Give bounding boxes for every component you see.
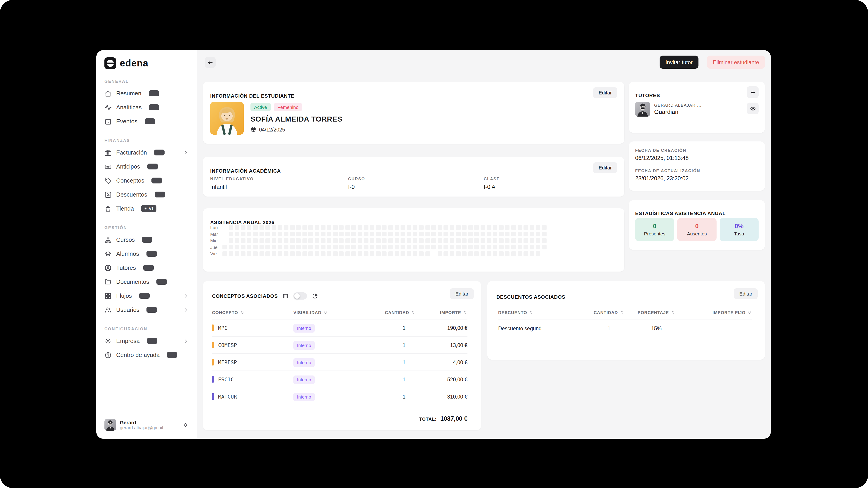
- heatmap-cell: [474, 252, 479, 256]
- sidebar-item-anticipos[interactable]: Anticipos: [102, 160, 191, 173]
- heatmap-cell: [395, 225, 399, 230]
- sidebar-section: FINANZAS Facturación Anticipos Conceptos…: [102, 138, 191, 216]
- discount-row[interactable]: Descuento segund... 1 15% -: [498, 320, 752, 337]
- sidebar-item-cursos[interactable]: Cursos: [102, 233, 191, 247]
- sidebar-item-conceptos[interactable]: Conceptos: [102, 173, 191, 188]
- heatmap-cell: [431, 225, 436, 230]
- edit-concepts-button[interactable]: Editar: [450, 288, 474, 299]
- sidebar-item-alumnos[interactable]: Alumnos: [102, 247, 191, 261]
- heatmap-cell: [370, 252, 375, 256]
- version-badge: [142, 237, 152, 242]
- concept-name-cell: MATCUR: [212, 393, 293, 400]
- column-header-visibilidad[interactable]: VISIBILIDAD: [293, 310, 366, 315]
- heatmap-cell: [456, 238, 460, 243]
- edit-academic-button[interactable]: Editar: [593, 162, 617, 173]
- sidebar-item-tienda[interactable]: Tienda V1: [102, 201, 191, 216]
- column-header-porcentaje[interactable]: PORCENTAJE: [638, 310, 675, 315]
- sidebar-item-empresa[interactable]: Empresa: [102, 334, 191, 348]
- stat-value: 0: [653, 223, 656, 230]
- stat-label: Tasa: [734, 231, 744, 236]
- version-badge: [143, 265, 153, 271]
- concept-row[interactable]: ESC1C Interno 1 520,00 €: [212, 370, 467, 388]
- heatmap-cell: [370, 238, 375, 243]
- add-tutor-button[interactable]: [747, 86, 758, 98]
- heatmap-cell: [462, 225, 467, 230]
- attendance-heatmap: Lun Mar Mié Jue Vie: [210, 225, 547, 258]
- gift-icon: [250, 127, 256, 132]
- heatmap-cell: [228, 238, 233, 243]
- heatmap-cell: [413, 225, 417, 230]
- heatmap-cell: [425, 252, 430, 256]
- sparkles-icon: [151, 92, 155, 95]
- user-menu[interactable]: Gerard gerard.albajar@gmail....: [102, 417, 191, 432]
- concept-row[interactable]: MPC Interno 1 190,00 €: [212, 320, 467, 336]
- heatmap-cell: [364, 225, 368, 230]
- sidebar-item-analiticas[interactable]: Analíticas: [102, 100, 191, 114]
- heatmap-cell: [370, 225, 375, 230]
- column-header-cantidad[interactable]: CANTIDAD: [594, 310, 624, 315]
- concept-amount-cell: 190,00 €: [447, 325, 467, 330]
- heatmap-cell: [456, 232, 460, 236]
- heatmap-cell: [241, 245, 246, 250]
- sidebar-item-centro-de-ayuda[interactable]: Centro de ayuda: [102, 348, 191, 362]
- heatmap-cell: [462, 238, 467, 243]
- heatmap-cell: [450, 225, 454, 230]
- view-tutor-button[interactable]: [747, 103, 758, 114]
- edit-discounts-button[interactable]: Editar: [734, 288, 758, 299]
- sidebar-item-resumen[interactable]: Resumen: [102, 86, 191, 100]
- sparkles-icon: [144, 207, 148, 210]
- tutor-row[interactable]: GERARD ALBAJAR ... Guardian: [635, 102, 702, 117]
- heatmap-cell: [493, 225, 497, 230]
- column-header-descuento[interactable]: DESCUENTO: [498, 310, 589, 315]
- chevrons-up-down-icon: [183, 422, 188, 428]
- concept-row[interactable]: MATCUR Interno 1 310,00 €: [212, 388, 467, 405]
- sidebar-item-flujos[interactable]: Flujos: [102, 289, 191, 303]
- heatmap-cell: [266, 232, 270, 236]
- concept-row[interactable]: COMESP Interno 1 13,00 €: [212, 336, 467, 353]
- field-value: I-0 A: [484, 184, 617, 190]
- heatmap-cell: [259, 245, 264, 250]
- sidebar-section-label: GESTIÓN: [104, 225, 188, 230]
- sidebar-item-usuarios[interactable]: Usuarios: [102, 303, 191, 317]
- column-header-importe-fijo[interactable]: IMPORTE FIJO: [712, 310, 752, 315]
- sparkles-icon: [157, 193, 161, 196]
- heatmap-cell: [413, 252, 417, 256]
- invite-tutor-button[interactable]: Invitar tutor: [659, 56, 699, 69]
- heatmap-cell: [364, 245, 368, 250]
- pie-chart-view-icon[interactable]: [312, 293, 318, 299]
- sidebar-item-documentos[interactable]: Documentos: [102, 275, 191, 289]
- table-view-icon[interactable]: [283, 293, 289, 299]
- heatmap-cell: [315, 232, 319, 236]
- heatmap-cell: [272, 252, 276, 256]
- sidebar-item-eventos[interactable]: Eventos: [102, 114, 191, 128]
- user-name: Gerard: [120, 420, 168, 425]
- column-header-cantidad[interactable]: CANTIDAD: [385, 310, 415, 315]
- heatmap-row-label: Lun: [210, 225, 222, 230]
- delete-student-button[interactable]: Eliminar estudiante: [707, 56, 765, 69]
- view-toggle[interactable]: [293, 292, 307, 300]
- column-header-concepto[interactable]: CONCEPTO: [212, 310, 293, 315]
- heatmap-cell: [309, 238, 313, 243]
- heatmap-cell: [339, 225, 344, 230]
- app-logo[interactable]: edena: [102, 57, 191, 69]
- attendance-stats-grid: 0 Presentes 0 Ausentes 0% Tasa: [635, 218, 758, 241]
- discounts-table-body: Descuento segund... 1 15% -: [498, 320, 752, 337]
- sparkles-icon: [152, 105, 155, 109]
- heatmap-cell: [278, 245, 282, 250]
- heatmap-cell: [241, 252, 246, 256]
- sidebar-item-descuentos[interactable]: Descuentos: [102, 188, 191, 201]
- visibility-badge: Interno: [293, 324, 315, 332]
- sidebar-item-facturacion[interactable]: Facturación: [102, 145, 191, 160]
- edit-student-button[interactable]: Editar: [593, 87, 617, 98]
- academic-info-title: INFORMACIÓN ACADÉMICA: [210, 168, 281, 173]
- column-header-importe[interactable]: IMPORTE: [440, 310, 467, 315]
- back-button[interactable]: [205, 57, 216, 68]
- heatmap-cell: [524, 245, 528, 250]
- sidebar-item-tutores[interactable]: Tutores: [102, 261, 191, 275]
- concept-row[interactable]: MERESP Interno 1 4,00 €: [212, 353, 467, 370]
- sparkles-icon: [146, 266, 149, 269]
- heatmap-row-label: Mié: [210, 238, 222, 243]
- attendance-stats-card: ESTADÍSTICAS ASISTENCIA ANUAL 0 Presente…: [629, 200, 765, 250]
- heatmap-cell: [505, 238, 510, 243]
- heatmap-cell: [395, 232, 399, 236]
